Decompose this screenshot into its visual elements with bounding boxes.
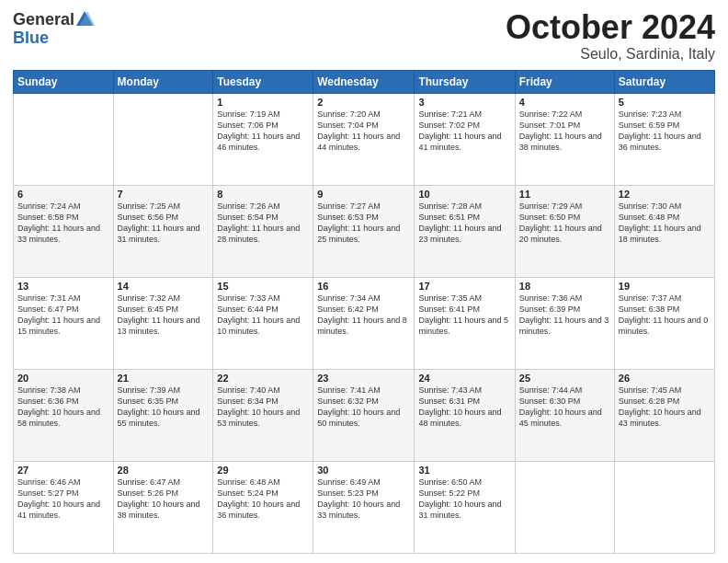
calendar-cell: 11Sunrise: 7:29 AMSunset: 6:50 PMDayligh… xyxy=(515,185,614,277)
cell-info: Sunrise: 7:31 AMSunset: 6:47 PMDaylight:… xyxy=(17,293,109,338)
cell-info: Sunrise: 7:38 AMSunset: 6:36 PMDaylight:… xyxy=(17,385,109,430)
cell-day-number: 5 xyxy=(619,97,711,108)
subtitle: Seulo, Sardinia, Italy xyxy=(506,46,715,63)
col-tuesday: Tuesday xyxy=(213,70,313,93)
cell-info: Sunrise: 7:26 AMSunset: 6:54 PMDaylight:… xyxy=(217,201,309,246)
calendar-cell xyxy=(113,93,213,185)
cell-day-number: 25 xyxy=(519,373,610,384)
cell-info: Sunrise: 7:27 AMSunset: 6:53 PMDaylight:… xyxy=(317,201,410,246)
cell-day-number: 14 xyxy=(118,281,210,292)
cell-info: Sunrise: 7:21 AMSunset: 7:02 PMDaylight:… xyxy=(418,109,510,154)
cell-info: Sunrise: 7:29 AMSunset: 6:50 PMDaylight:… xyxy=(519,201,610,246)
cell-day-number: 4 xyxy=(519,97,610,108)
calendar-cell: 31Sunrise: 6:50 AMSunset: 5:22 PMDayligh… xyxy=(415,461,515,553)
logo: General Blue xyxy=(13,9,95,46)
cell-day-number: 23 xyxy=(317,373,410,384)
cell-day-number: 17 xyxy=(418,281,510,292)
cell-info: Sunrise: 7:25 AMSunset: 6:56 PMDaylight:… xyxy=(118,201,210,246)
cell-day-number: 3 xyxy=(418,97,510,108)
cell-day-number: 7 xyxy=(118,189,210,200)
calendar-cell: 2Sunrise: 7:20 AMSunset: 7:04 PMDaylight… xyxy=(313,93,415,185)
cell-info: Sunrise: 6:46 AMSunset: 5:27 PMDaylight:… xyxy=(17,477,109,522)
cell-day-number: 22 xyxy=(217,373,309,384)
cell-info: Sunrise: 7:41 AMSunset: 6:32 PMDaylight:… xyxy=(317,385,410,430)
cell-info: Sunrise: 7:44 AMSunset: 6:30 PMDaylight:… xyxy=(519,385,610,430)
col-wednesday: Wednesday xyxy=(313,70,415,93)
calendar-cell: 29Sunrise: 6:48 AMSunset: 5:24 PMDayligh… xyxy=(213,461,313,553)
cell-day-number: 10 xyxy=(418,189,510,200)
cell-info: Sunrise: 7:22 AMSunset: 7:01 PMDaylight:… xyxy=(519,109,610,154)
week-row-3: 20Sunrise: 7:38 AMSunset: 6:36 PMDayligh… xyxy=(14,369,715,461)
calendar-cell: 7Sunrise: 7:25 AMSunset: 6:56 PMDaylight… xyxy=(113,185,213,277)
cell-day-number: 12 xyxy=(619,189,711,200)
calendar-cell: 5Sunrise: 7:23 AMSunset: 6:59 PMDaylight… xyxy=(614,93,714,185)
logo-icon xyxy=(74,9,95,29)
logo-text-general: General xyxy=(13,11,74,28)
calendar-table: Sunday Monday Tuesday Wednesday Thursday… xyxy=(13,70,715,554)
cell-day-number: 16 xyxy=(317,281,410,292)
cell-day-number: 31 xyxy=(418,465,510,476)
cell-info: Sunrise: 7:35 AMSunset: 6:41 PMDaylight:… xyxy=(418,293,510,338)
calendar-cell: 12Sunrise: 7:30 AMSunset: 6:48 PMDayligh… xyxy=(614,185,714,277)
logo-wrapper: General Blue xyxy=(13,9,95,46)
cell-info: Sunrise: 7:36 AMSunset: 6:39 PMDaylight:… xyxy=(519,293,610,338)
week-row-2: 13Sunrise: 7:31 AMSunset: 6:47 PMDayligh… xyxy=(14,277,715,369)
cell-day-number: 18 xyxy=(519,281,610,292)
calendar-cell: 1Sunrise: 7:19 AMSunset: 7:06 PMDaylight… xyxy=(213,93,313,185)
cell-day-number: 13 xyxy=(17,281,109,292)
cell-day-number: 28 xyxy=(118,465,210,476)
calendar-cell: 13Sunrise: 7:31 AMSunset: 6:47 PMDayligh… xyxy=(14,277,114,369)
calendar-cell: 20Sunrise: 7:38 AMSunset: 6:36 PMDayligh… xyxy=(14,369,114,461)
cell-day-number: 8 xyxy=(217,189,309,200)
calendar-cell: 8Sunrise: 7:26 AMSunset: 6:54 PMDaylight… xyxy=(213,185,313,277)
cell-day-number: 29 xyxy=(217,465,309,476)
cell-day-number: 24 xyxy=(418,373,510,384)
cell-info: Sunrise: 7:37 AMSunset: 6:38 PMDaylight:… xyxy=(619,293,711,338)
cell-info: Sunrise: 7:39 AMSunset: 6:35 PMDaylight:… xyxy=(118,385,210,430)
logo-top: General xyxy=(13,9,95,29)
cell-info: Sunrise: 7:34 AMSunset: 6:42 PMDaylight:… xyxy=(317,293,410,338)
cell-info: Sunrise: 7:33 AMSunset: 6:44 PMDaylight:… xyxy=(217,293,309,338)
calendar-cell: 17Sunrise: 7:35 AMSunset: 6:41 PMDayligh… xyxy=(415,277,515,369)
page: General Blue October 2024 Seulo, Sardini… xyxy=(0,0,728,563)
calendar-cell: 6Sunrise: 7:24 AMSunset: 6:58 PMDaylight… xyxy=(14,185,114,277)
calendar-cell: 27Sunrise: 6:46 AMSunset: 5:27 PMDayligh… xyxy=(14,461,114,553)
week-row-1: 6Sunrise: 7:24 AMSunset: 6:58 PMDaylight… xyxy=(14,185,715,277)
cell-info: Sunrise: 6:50 AMSunset: 5:22 PMDaylight:… xyxy=(418,477,510,522)
cell-day-number: 1 xyxy=(217,97,309,108)
cell-day-number: 21 xyxy=(118,373,210,384)
cell-day-number: 30 xyxy=(317,465,410,476)
calendar-cell: 10Sunrise: 7:28 AMSunset: 6:51 PMDayligh… xyxy=(415,185,515,277)
calendar-cell xyxy=(14,93,114,185)
cell-day-number: 20 xyxy=(17,373,109,384)
cell-info: Sunrise: 6:47 AMSunset: 5:26 PMDaylight:… xyxy=(118,477,210,522)
cell-day-number: 6 xyxy=(17,189,109,200)
calendar-cell: 15Sunrise: 7:33 AMSunset: 6:44 PMDayligh… xyxy=(213,277,313,369)
week-row-4: 27Sunrise: 6:46 AMSunset: 5:27 PMDayligh… xyxy=(14,461,715,553)
calendar-cell: 24Sunrise: 7:43 AMSunset: 6:31 PMDayligh… xyxy=(415,369,515,461)
calendar-cell xyxy=(515,461,614,553)
cell-day-number: 11 xyxy=(519,189,610,200)
cell-day-number: 26 xyxy=(619,373,711,384)
cell-day-number: 27 xyxy=(17,465,109,476)
cell-info: Sunrise: 7:23 AMSunset: 6:59 PMDaylight:… xyxy=(619,109,711,154)
calendar-cell: 28Sunrise: 6:47 AMSunset: 5:26 PMDayligh… xyxy=(113,461,213,553)
cell-day-number: 9 xyxy=(317,189,410,200)
title-area: October 2024 Seulo, Sardinia, Italy xyxy=(506,9,715,63)
cell-info: Sunrise: 7:30 AMSunset: 6:48 PMDaylight:… xyxy=(619,201,711,246)
cell-day-number: 15 xyxy=(217,281,309,292)
calendar-cell: 25Sunrise: 7:44 AMSunset: 6:30 PMDayligh… xyxy=(515,369,614,461)
cell-day-number: 19 xyxy=(619,281,711,292)
calendar-cell: 21Sunrise: 7:39 AMSunset: 6:35 PMDayligh… xyxy=(113,369,213,461)
header-row: Sunday Monday Tuesday Wednesday Thursday… xyxy=(14,70,715,93)
calendar-cell: 22Sunrise: 7:40 AMSunset: 6:34 PMDayligh… xyxy=(213,369,313,461)
calendar-cell: 18Sunrise: 7:36 AMSunset: 6:39 PMDayligh… xyxy=(515,277,614,369)
calendar-cell: 30Sunrise: 6:49 AMSunset: 5:23 PMDayligh… xyxy=(313,461,415,553)
cell-info: Sunrise: 7:28 AMSunset: 6:51 PMDaylight:… xyxy=(418,201,510,246)
calendar-cell: 26Sunrise: 7:45 AMSunset: 6:28 PMDayligh… xyxy=(614,369,714,461)
calendar-cell: 9Sunrise: 7:27 AMSunset: 6:53 PMDaylight… xyxy=(313,185,415,277)
calendar-cell: 3Sunrise: 7:21 AMSunset: 7:02 PMDaylight… xyxy=(415,93,515,185)
cell-info: Sunrise: 7:45 AMSunset: 6:28 PMDaylight:… xyxy=(619,385,711,430)
cell-info: Sunrise: 7:32 AMSunset: 6:45 PMDaylight:… xyxy=(118,293,210,338)
col-monday: Monday xyxy=(113,70,213,93)
